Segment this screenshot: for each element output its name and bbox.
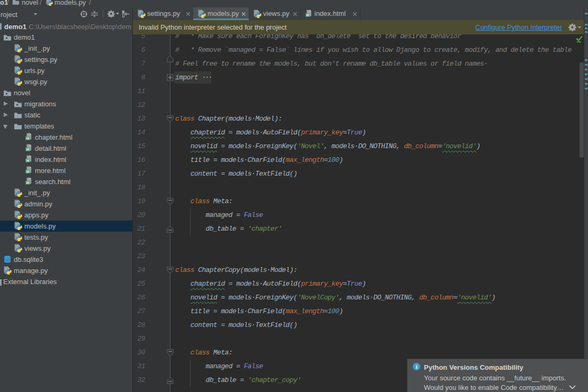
svg-text:H: H xyxy=(26,181,29,185)
svg-text:H: H xyxy=(26,159,29,162)
svg-text:H: H xyxy=(26,148,29,151)
svg-text:H: H xyxy=(26,136,29,140)
svg-text:H: H xyxy=(26,170,29,174)
svg-text:H: H xyxy=(306,13,309,17)
